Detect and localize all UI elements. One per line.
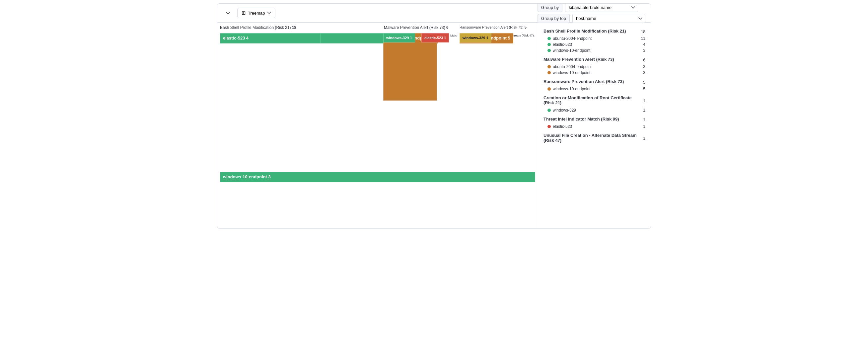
group-by-label: Group by: [537, 3, 562, 12]
legend-item: elastic-523 1: [544, 123, 645, 129]
legend-item-count: 1: [643, 124, 645, 129]
treemap-label: Treemap: [248, 11, 265, 16]
legend-group-title: Bash Shell Profile Modification (Risk 21…: [544, 29, 626, 33]
legend-item: windows-10-endpoint 3: [544, 70, 645, 76]
legend-group-ransomware: Ransomware Prevention Alert (Risk 73) 5 …: [544, 78, 645, 92]
legend-item-count: 11: [641, 36, 645, 41]
legend-item-label: windows-329: [553, 108, 576, 113]
grid-icon: ⊞: [242, 10, 246, 16]
group-by-top-row: Group by top host.name agent.name kibana…: [537, 14, 645, 23]
treemap-area: Bash Shell Profile Modification (Risk 21…: [217, 23, 538, 228]
legend-count: 1: [643, 136, 645, 141]
toolbar: ⊞ Treemap Group by kibana.alert.rule.nam…: [217, 4, 651, 23]
legend-item-label: elastic-523: [553, 42, 572, 47]
cell-elastic-523-bash[interactable]: elastic-523 4: [220, 33, 321, 44]
legend-group-title: Ransomware Prevention Alert (Risk 73): [544, 79, 624, 84]
legend-group-header-bash: Bash Shell Profile Modification (Risk 21…: [544, 28, 645, 35]
cell-windows-329-unusual[interactable]: windows-329 1: [460, 33, 491, 42]
legend-group-cert: Creation or Modification of Root Certifi…: [544, 95, 645, 113]
section-headers: Bash Shell Profile Modification (Risk 21…: [220, 25, 535, 30]
legend-group-threat: Threat Intel Indicator Match (Risk 99) 1…: [544, 116, 645, 129]
legend-dot: [548, 65, 551, 68]
legend-group-header-threat: Threat Intel Indicator Match (Risk 99) 1: [544, 116, 645, 123]
legend-count: 1: [643, 118, 645, 122]
chevron-down-icon: [267, 11, 271, 14]
legend-item-count: 3: [643, 70, 645, 75]
cell-label: elastic-523 4: [223, 35, 318, 41]
legend-group-malware: Malware Prevention Alert (Risk 73) 6 ubu…: [544, 56, 645, 76]
ransomware-header: Ransomware Prevention Alert (Risk 73) 5: [460, 25, 535, 30]
legend-item-count: 3: [643, 48, 645, 53]
cell-label: elastic-523 1: [424, 35, 446, 40]
ransomware-group: windows-10-endpoint 5 Unusual File Creat…: [460, 33, 535, 226]
legend-count: 1: [643, 98, 645, 103]
main-area: Bash Shell Profile Modification (Risk 21…: [217, 23, 651, 228]
treemap-inner: Bash Shell Profile Modification (Risk 21…: [217, 23, 538, 228]
legend-count: 5: [643, 80, 645, 85]
legend-dot: [548, 109, 551, 112]
legend-group-title: Creation or Modification of Root Certifi…: [544, 95, 643, 105]
legend-item-label: elastic-523: [553, 124, 572, 129]
legend-item: windows-10-endpoint 3: [544, 48, 645, 54]
legend-group-title: Threat Intel Indicator Match (Risk 99): [544, 117, 619, 121]
legend-item: windows-10-endpoint 5: [544, 86, 645, 92]
treemap-rows: ubuntu-2004-endpoint 11 elastic-523 4 wi…: [220, 33, 535, 226]
legend-group-title: Malware Prevention Alert (Risk 73): [544, 57, 614, 62]
legend-dot: [548, 49, 551, 52]
legend-dot: [548, 87, 551, 91]
legend-dot: [548, 43, 551, 46]
legend-item: ubuntu-2004-endpoint 11: [544, 35, 645, 41]
group-by-row: Group by kibana.alert.rule.name host.nam…: [537, 3, 645, 12]
legend-item-left: ubuntu-2004-endpoint: [548, 64, 592, 69]
legend-item-left: elastic-523: [548, 124, 572, 129]
legend-item-count: 4: [643, 42, 645, 47]
malware-header: Malware Prevention Alert (Risk 73) 6: [384, 25, 460, 30]
legend-item: windows-329 1: [544, 107, 645, 113]
cell-windows-329-cert[interactable]: windows-329 1: [383, 33, 415, 42]
legend-group-header-malware: Malware Prevention Alert (Risk 73) 6: [544, 56, 645, 64]
group-by-controls: Group by kibana.alert.rule.name host.nam…: [537, 3, 645, 23]
legend-dot: [548, 71, 551, 75]
legend-group-header-cert: Creation or Modification of Root Certifi…: [544, 95, 645, 107]
legend-item-left: windows-10-endpoint: [548, 87, 590, 91]
legend-item-count: 1: [643, 108, 645, 113]
group-by-select[interactable]: kibana.alert.rule.name host.name agent.n…: [565, 3, 638, 12]
legend-count: 18: [641, 30, 645, 34]
legend-item-count: 3: [643, 64, 645, 69]
collapse-icon: [225, 10, 230, 16]
bash-shell-bottom: windows-10-endpoint 3: [220, 172, 382, 226]
legend-item-label: windows-10-endpoint: [553, 70, 590, 75]
legend-item-label: windows-10-endpoint: [553, 48, 590, 53]
legend-dot: [548, 125, 551, 128]
legend-item-left: elastic-523: [548, 42, 572, 47]
legend-group-header-unusual: Unusual File Creation - Alternate Data S…: [544, 132, 645, 145]
main-container: ⊞ Treemap Group by kibana.alert.rule.nam…: [217, 3, 651, 229]
bash-shell-group: ubuntu-2004-endpoint 11 elastic-523 4 wi…: [220, 33, 382, 226]
group-by-top-select[interactable]: host.name agent.name kibana.alert.rule.n…: [572, 14, 645, 23]
legend-item-label: ubuntu-2004-endpoint: [553, 64, 592, 69]
bash-shell-top: ubuntu-2004-endpoint 11 elastic-523 4: [220, 33, 382, 171]
group-by-top-label: Group by top: [537, 14, 570, 23]
cell-label: windows-329 1: [463, 35, 488, 40]
cell-windows-malware[interactable]: windows-10-endpoint 3: [383, 33, 437, 100]
legend-item-left: windows-10-endpoint: [548, 70, 590, 75]
legend-group-header-ransomware: Ransomware Prevention Alert (Risk 73) 5: [544, 78, 645, 86]
cell-windows-10-bash[interactable]: windows-10-endpoint 3: [220, 172, 535, 182]
legend-count: 6: [643, 58, 645, 62]
legend-item-left: ubuntu-2004-endpoint: [548, 36, 592, 41]
malware-group: ubuntu-2004-endpoint 3 windows-10-endpoi…: [383, 33, 459, 226]
cell-label: windows-329 1: [386, 35, 412, 40]
legend-area: Bash Shell Profile Modification (Risk 21…: [538, 23, 651, 228]
collapse-button[interactable]: [223, 8, 233, 18]
legend-item-label: windows-10-endpoint: [553, 87, 590, 91]
legend-group-bash: Bash Shell Profile Modification (Risk 21…: [544, 28, 645, 54]
bash-shell-header: Bash Shell Profile Modification (Risk 21…: [220, 25, 384, 30]
legend-item: elastic-523 4: [544, 41, 645, 48]
cell-elastic-threat[interactable]: elastic-523 1: [422, 33, 449, 42]
legend-item-left: windows-10-endpoint: [548, 48, 590, 53]
legend-item-count: 5: [643, 87, 645, 91]
legend-item: ubuntu-2004-endpoint 3: [544, 64, 645, 70]
legend-item-left: windows-329: [548, 108, 576, 113]
legend-dot: [548, 37, 551, 40]
treemap-button[interactable]: ⊞ Treemap: [237, 8, 275, 18]
